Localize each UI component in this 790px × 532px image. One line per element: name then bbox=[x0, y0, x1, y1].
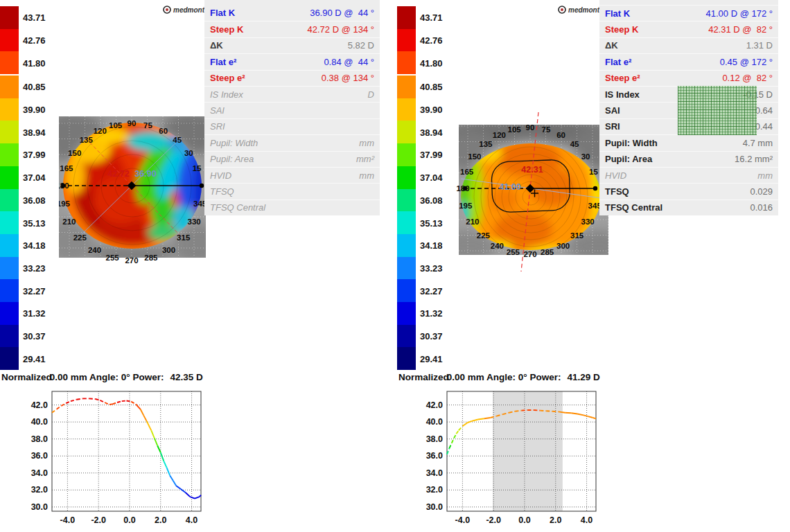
stat-value: -0.15 D bbox=[743, 89, 773, 100]
map-angle-label: 75 bbox=[542, 125, 551, 134]
profile-curve-segment bbox=[186, 493, 191, 497]
y-tick-label: 36.0 bbox=[426, 451, 443, 461]
stat-label: Steep K bbox=[605, 24, 638, 35]
scale-value-label: 38.94 bbox=[420, 127, 443, 137]
stat-label: Steep K bbox=[210, 24, 243, 35]
map-angle-label: 150 bbox=[68, 149, 81, 157]
scale-band: 33.23 bbox=[0, 257, 49, 280]
scale-band: 41.80 bbox=[0, 51, 49, 74]
power-profile-chart-left: -4.0-2.00.02.04.030.032.034.036.038.040.… bbox=[19, 387, 211, 532]
stat-label: Flat e² bbox=[210, 57, 236, 67]
profile-curve-segment bbox=[117, 401, 122, 402]
profile-curve-segment bbox=[449, 443, 451, 448]
scale-value-label: 42.76 bbox=[23, 35, 46, 46]
axial-curvature-map-right[interactable]: 1530456075901051201351501651801952102252… bbox=[454, 111, 611, 274]
map-angle-label: 75 bbox=[143, 121, 152, 130]
y-tick-label: 40.0 bbox=[31, 417, 48, 427]
map-angle-label: 240 bbox=[491, 242, 504, 250]
stat-value: 0.84 @ 44 ° bbox=[324, 57, 374, 67]
scale-value-label: 29.41 bbox=[420, 353, 443, 364]
scale-band: 34.18 bbox=[0, 234, 49, 257]
steep-k-map-value: 42.72 bbox=[107, 169, 129, 179]
scale-color-chip bbox=[0, 325, 19, 348]
scale-band: 42.76 bbox=[397, 29, 446, 52]
axis-end-marker[interactable] bbox=[593, 186, 597, 190]
scale-band: 38.94 bbox=[397, 121, 446, 143]
scale-color-chip bbox=[0, 302, 19, 325]
scale-band: 37.99 bbox=[0, 143, 49, 166]
scale-value-label: 37.04 bbox=[420, 172, 443, 183]
stat-label: HVID bbox=[210, 170, 231, 181]
profile-curve-segment bbox=[472, 420, 478, 421]
scale-color-chip bbox=[0, 121, 19, 143]
stat-label: Steep e² bbox=[605, 73, 640, 83]
map-angle-label: 165 bbox=[60, 164, 73, 172]
scale-color-chip bbox=[397, 76, 416, 98]
stat-value: 4.7 mm bbox=[743, 138, 773, 148]
scale-color-chip bbox=[397, 302, 416, 325]
stat-row-tfsq-central: TFSQ Central0.016 bbox=[599, 200, 778, 215]
medmont-topography-screen: 43.7142.7641.8040.8539.9038.9437.9937.04… bbox=[0, 0, 790, 532]
stat-row-flat-e-: Flat e²0.45 @ 172 ° bbox=[599, 53, 778, 69]
stat-label: Pupil: Width bbox=[605, 138, 658, 148]
stat-label: IS Index bbox=[210, 89, 243, 100]
map-angle-label: 225 bbox=[477, 231, 491, 240]
y-tick-label: 34.0 bbox=[31, 468, 48, 478]
stats-table-left: Flat K36.90 D @ 44 °Steep K42.72 D @ 134… bbox=[204, 0, 380, 215]
profile-title-right: Normalized0.00 mm Angle: 0° Power:41.29 … bbox=[398, 372, 600, 382]
scale-value-label: 39.90 bbox=[420, 105, 443, 115]
scale-band: 31.32 bbox=[0, 302, 49, 325]
stat-value: 5.82 D bbox=[348, 40, 374, 51]
scale-band: 40.85 bbox=[397, 76, 446, 98]
axis-end-marker[interactable] bbox=[200, 184, 204, 188]
scale-value-label: 35.13 bbox=[23, 218, 46, 228]
profile-curve-segment bbox=[151, 430, 155, 438]
stat-label: TFSQ Central bbox=[210, 202, 265, 213]
scale-value-label: 30.37 bbox=[420, 330, 443, 341]
stat-label: Flat e² bbox=[605, 57, 631, 67]
map-angle-label: 255 bbox=[507, 248, 520, 256]
scale-value-label: 41.80 bbox=[420, 57, 443, 68]
y-tick-label: 38.0 bbox=[31, 434, 48, 444]
map-angle-label: 165 bbox=[460, 168, 474, 176]
map-angle-label: 60 bbox=[159, 127, 168, 135]
scale-band: 34.18 bbox=[397, 234, 446, 257]
stat-label: SAI bbox=[605, 105, 620, 116]
scale-color-chip bbox=[397, 51, 416, 74]
profile-title-prefix: Normalized bbox=[1, 372, 52, 382]
profile-curve-segment bbox=[571, 413, 577, 414]
x-tick-label: 4.0 bbox=[581, 515, 592, 525]
profile-curve-segment bbox=[131, 402, 136, 405]
medmont-logo-icon bbox=[558, 6, 566, 14]
plot-border bbox=[52, 391, 201, 511]
medmont-logo-text: medmont bbox=[568, 6, 599, 14]
stat-value: 1.31 D bbox=[746, 40, 773, 51]
stat-row-pupil-area: Pupil: Areamm² bbox=[204, 151, 380, 167]
map-angle-label: 135 bbox=[479, 140, 493, 148]
scale-value-label: 40.85 bbox=[23, 82, 46, 92]
axial-curvature-map-left[interactable]: 1530456075901051201351501651801952102252… bbox=[59, 116, 206, 263]
profile-curve-segment bbox=[456, 430, 458, 434]
map-angle-label: 240 bbox=[88, 246, 101, 254]
map-angle-label: 270 bbox=[125, 256, 138, 263]
scale-band: 35.13 bbox=[0, 211, 49, 234]
profile-curve-segment bbox=[105, 402, 109, 405]
stat-row-hvid: HVIDmm bbox=[599, 167, 778, 183]
y-tick-label: 42.0 bbox=[31, 400, 48, 410]
map-angle-label: 30 bbox=[581, 152, 590, 161]
profile-title-prefix: Normalized bbox=[398, 372, 449, 382]
scale-band: 32.27 bbox=[397, 279, 446, 302]
scale-color-chip bbox=[0, 98, 19, 121]
stat-value: 42.31 D @ 82 ° bbox=[708, 24, 773, 35]
scale-color-chip bbox=[397, 6, 416, 29]
y-tick-label: 32.0 bbox=[31, 485, 48, 495]
scale-band: 41.80 bbox=[397, 51, 446, 74]
profile-curve-segment bbox=[170, 476, 173, 481]
stat-row-tfsq: TFSQ0.029 bbox=[599, 183, 778, 199]
scale-color-chip bbox=[0, 189, 19, 212]
scale-color-chip bbox=[397, 143, 416, 166]
scale-band: 30.37 bbox=[397, 325, 446, 348]
y-tick-label: 34.0 bbox=[426, 468, 443, 478]
scale-value-label: 32.27 bbox=[420, 285, 443, 296]
map-angle-label: 255 bbox=[106, 254, 120, 262]
